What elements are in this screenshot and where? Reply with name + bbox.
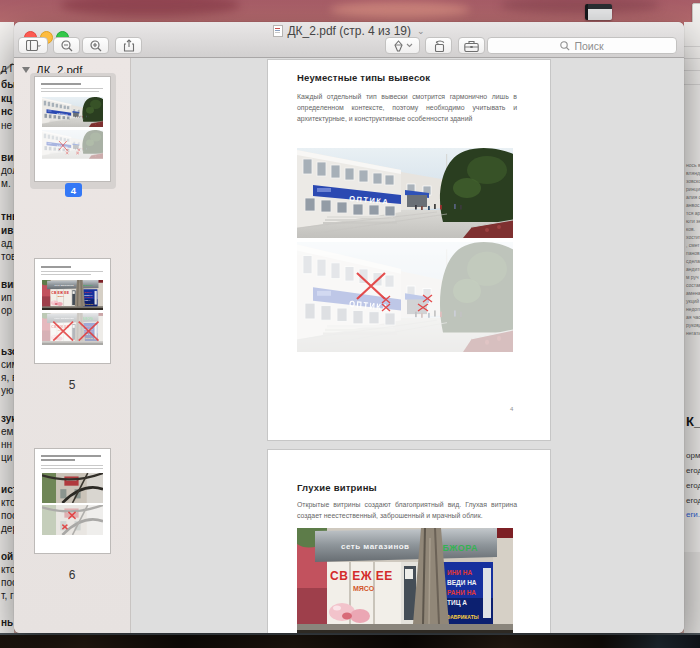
titlebar: ДК_2.pdf (стр. 4 из 19) ⌄ (14, 24, 684, 37)
sidebar-toggle-button[interactable] (18, 37, 48, 54)
background-text-fragment: алия с (686, 195, 700, 200)
background-text-fragment: влянде (686, 171, 700, 176)
background-text-fragment: ем, (1, 427, 14, 437)
background-text-fragment: ад (1, 239, 12, 249)
pdf-page-5: Глухие витрины Открытые витрины создают … (268, 450, 550, 633)
thumb-photo (42, 473, 103, 503)
background-text-fragment: сим (1, 360, 14, 370)
desktop-file-icon[interactable] (692, 3, 700, 24)
markup-pen-button[interactable] (385, 37, 420, 54)
background-text-fragment: К_ (686, 418, 700, 426)
background-text-fragment: тся арх (686, 211, 700, 216)
background-text-fragment: егод (686, 497, 700, 505)
thumb-photo-faded (42, 505, 103, 535)
sidebar-icon (26, 40, 41, 51)
thumb-text-line (41, 274, 91, 275)
pdf-viewer[interactable]: Неуместные типы вывесок Каждый отдельный… (131, 58, 684, 633)
background-text-fragment: вик (1, 280, 14, 290)
wallpaper-bottom (0, 633, 700, 648)
pdf-page-4: Неуместные типы вывесок Каждый отдельный… (268, 60, 550, 440)
window-header[interactable]: ДК_2.pdf (стр. 4 из 19) ⌄ (14, 22, 684, 58)
background-window-right: нось ввляндезовскоринципалия санвостся а… (684, 22, 700, 637)
background-text-fragment: м. (1, 179, 11, 189)
thumbnail-page-4[interactable] (35, 77, 110, 181)
zoom-out-icon (61, 40, 73, 52)
disclosure-triangle-icon[interactable] (22, 67, 30, 73)
thumb-text-line (41, 468, 103, 469)
background-text-fragment: анвос (686, 203, 699, 208)
page5-photo (297, 528, 513, 633)
background-text-fragment: д Г (1, 64, 14, 74)
zoom-in-icon (90, 40, 102, 52)
background-text-fragment: пос (1, 511, 14, 521)
search-icon (560, 41, 570, 51)
thumb-heading-line (41, 459, 75, 461)
background-text-fragment: тнь (1, 212, 14, 222)
toolbox-icon (464, 40, 479, 52)
page4-photo-original (297, 148, 513, 238)
background-text-fragment: нс (1, 107, 13, 117)
background-text-fragment: недоп (686, 307, 700, 312)
background-text-fragment: вик (1, 153, 14, 163)
page4-body: Каждый отдельный тип вывески смотрится г… (297, 92, 517, 124)
background-text-fragment: кц (1, 94, 12, 104)
document-icon (273, 25, 283, 37)
background-text-fragment: ков. (686, 227, 695, 232)
thumbnail-page-5[interactable] (35, 259, 110, 363)
background-text-fragment: панов н (686, 251, 700, 256)
background-text-fragment: амена (686, 291, 700, 296)
background-text-fragment: тов (1, 252, 14, 262)
background-window-area (684, 552, 700, 637)
rotate-icon (432, 39, 446, 52)
divider (684, 46, 700, 47)
background-text-fragment: , смет (686, 243, 700, 248)
selected-page-badge: 4 (65, 183, 82, 197)
background-text-fragment: ор (1, 306, 12, 316)
background-text-fragment: кто (1, 565, 14, 575)
background-text-fragment: егод (686, 482, 700, 490)
thumb-heading-line (41, 455, 101, 457)
background-text-fragment: ьзо (1, 347, 14, 357)
background-text-fragment: ив (1, 226, 13, 236)
share-icon (123, 39, 135, 52)
chevron-down-icon (406, 43, 413, 48)
search-placeholder: Поиск (574, 40, 603, 52)
background-text-fragment: я, в (1, 373, 14, 383)
background-text-fragment: андито (686, 267, 700, 272)
desktop: д Гбыткцнсневикдолм.тньивадтоввикипорьзо… (0, 0, 700, 648)
background-text-fragment: хостит (686, 235, 700, 240)
background-text-fragment: ип (1, 293, 12, 303)
background-text-fragment: орм (686, 452, 700, 460)
background-text-fragment: юти зе (686, 219, 700, 224)
share-button[interactable] (115, 37, 142, 54)
background-text-fragment: егод (686, 467, 700, 475)
desktop-file-icon[interactable] (585, 4, 612, 20)
zoom-in-button[interactable] (82, 37, 109, 54)
thumb-text-line (41, 465, 103, 466)
divider (684, 58, 700, 59)
thumbnail-page-6[interactable] (35, 449, 110, 553)
wallpaper-cloud (330, 2, 470, 18)
title-chevron-icon[interactable]: ⌄ (417, 26, 425, 36)
thumb-photo-faded (42, 313, 103, 345)
background-text-fragment: ист (1, 485, 14, 495)
thumb-heading-line (41, 83, 81, 85)
markup-toolbox-button[interactable] (458, 37, 485, 54)
background-text-fragment: негати (686, 331, 700, 336)
wallpaper-cloud (500, 0, 660, 14)
thumb-text-line (41, 91, 99, 92)
thumb-photo (42, 280, 103, 310)
background-text-fragment: укций (686, 299, 699, 304)
background-text-fragment: нн (1, 440, 12, 450)
background-text-fragment: кто (1, 498, 14, 508)
background-text-fragment: зук (1, 414, 14, 424)
thumbnail-sidebar: ДК_2.pdf 4 (14, 58, 131, 633)
thumb-text-line (41, 271, 103, 272)
divider (684, 70, 700, 71)
search-input[interactable]: Поиск (487, 37, 677, 54)
background-text-fragment: сделав (686, 259, 700, 264)
background-text-fragment: не (1, 121, 12, 131)
zoom-out-button[interactable] (53, 37, 80, 54)
background-text-fragment: быт (1, 80, 14, 90)
rotate-button[interactable] (425, 37, 452, 54)
